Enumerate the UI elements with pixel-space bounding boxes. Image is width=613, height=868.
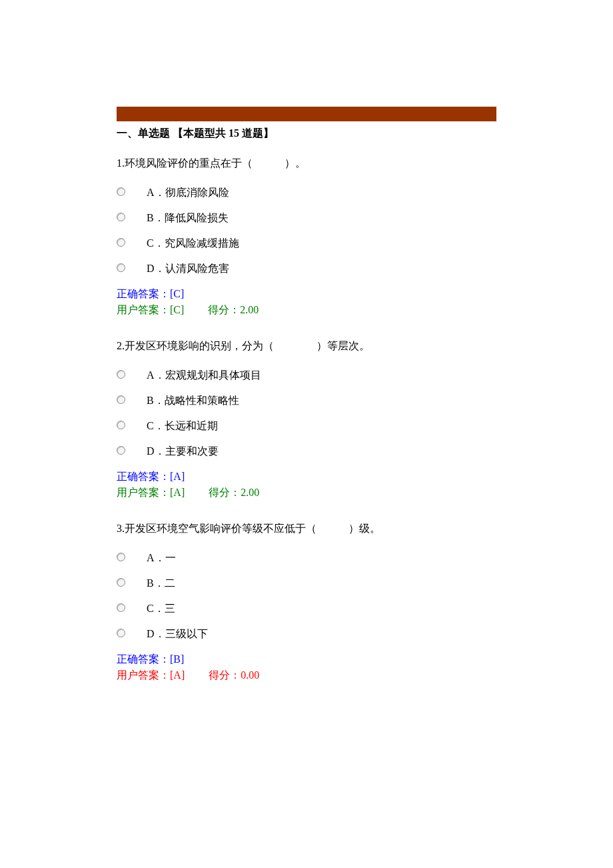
questions-container: 1.环境风险评价的重点在于（ ）。A．彻底消除风险B．降低风险损失C．究风险减缓… [117,155,496,703]
option-text: C．三 [147,601,496,617]
option-text: D．主要和次要 [147,443,496,459]
option-row[interactable]: B．降低风险损失 [117,210,496,226]
option-text: D．认清风险危害 [147,261,496,277]
option-text: A．宏观规划和具体项目 [147,367,496,383]
radio-button[interactable] [117,211,147,221]
correct-answer: 正确答案：[B] [117,651,496,667]
radio-button[interactable] [117,445,147,455]
option-row[interactable]: B．战略性和策略性 [117,393,496,409]
user-answer: 用户答案：[C]得分：2.00 [117,302,496,318]
option-text: C．究风险减缓措施 [147,235,496,251]
radio-icon [117,421,125,429]
question-text: 3.开发区环境空气影响评价等级不应低于（ ）级。 [117,521,496,537]
spacer [117,325,496,338]
spacer [117,690,496,703]
radio-icon [117,446,125,455]
spacer [117,507,496,521]
option-row[interactable]: B．二 [117,575,496,591]
option-row[interactable]: A．彻底消除风险 [117,185,496,201]
radio-button[interactable] [117,602,147,612]
correct-answer: 正确答案：[C] [117,286,496,302]
radio-icon [117,603,125,612]
score-value: 得分：0.00 [209,669,259,681]
radio-button[interactable] [117,577,147,587]
radio-button[interactable] [117,237,147,247]
option-row[interactable]: D．主要和次要 [117,443,496,459]
radio-button[interactable] [117,369,147,379]
score-value: 得分：2.00 [209,487,259,498]
option-text: C．长远和近期 [147,418,496,434]
question: 3.开发区环境空气影响评价等级不应低于（ ）级。A．一B．二C．三D．三级以下正… [117,521,496,683]
radio-icon [117,370,125,379]
header-bar [117,107,496,121]
radio-icon [117,263,125,272]
radio-icon [117,238,125,247]
user-answer: 用户答案：[A]得分：2.00 [117,485,496,501]
radio-button[interactable] [117,419,147,429]
option-row[interactable]: C．长远和近期 [117,418,496,434]
user-answer: 用户答案：[A]得分：0.00 [117,667,496,683]
option-row[interactable]: C．究风险减缓措施 [117,235,496,251]
question: 1.环境风险评价的重点在于（ ）。A．彻底消除风险B．降低风险损失C．究风险减缓… [117,155,496,318]
option-text: B．战略性和策略性 [147,393,496,409]
correct-answer: 正确答案：[A] [117,469,496,485]
option-row[interactable]: C．三 [117,601,496,617]
radio-button[interactable] [117,262,147,272]
radio-icon [117,629,125,637]
radio-icon [117,553,125,561]
option-row[interactable]: A．一 [117,550,496,566]
option-row[interactable]: D．三级以下 [117,626,496,642]
section-title: 一、单选题 【本题型共 15 道题】 [117,127,496,141]
question: 2.开发区环境影响的识别，分为（ ）等层次。A．宏观规划和具体项目B．战略性和策… [117,338,496,501]
score-value: 得分：2.00 [208,304,259,315]
radio-icon [117,187,125,196]
option-row[interactable]: D．认清风险危害 [117,261,496,277]
radio-icon [117,395,125,404]
option-text: B．降低风险损失 [147,210,496,226]
question-text: 2.开发区环境影响的识别，分为（ ）等层次。 [117,338,496,354]
option-text: A．一 [147,550,496,566]
radio-icon [117,578,125,587]
radio-button[interactable] [117,394,147,404]
document-page: 一、单选题 【本题型共 15 道题】 1.环境风险评价的重点在于（ ）。A．彻底… [0,0,613,743]
option-text: D．三级以下 [147,626,496,642]
option-row[interactable]: A．宏观规划和具体项目 [117,367,496,383]
radio-button[interactable] [117,551,147,561]
radio-button[interactable] [117,627,147,637]
option-text: A．彻底消除风险 [147,185,496,201]
question-text: 1.环境风险评价的重点在于（ ）。 [117,155,496,171]
radio-button[interactable] [117,186,147,196]
radio-icon [117,213,125,221]
option-text: B．二 [147,575,496,591]
